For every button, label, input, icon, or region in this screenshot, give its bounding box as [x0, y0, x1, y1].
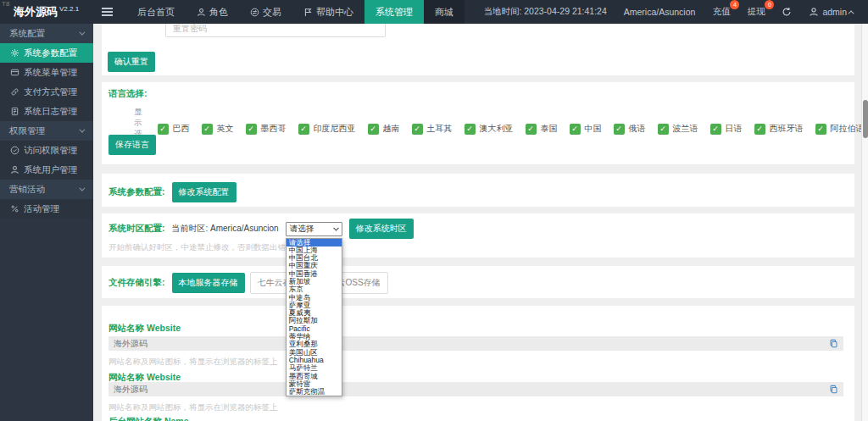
language-checkbox[interactable]: ✓西班牙语 — [754, 123, 804, 135]
language-checkbox-row: 显示选项 ✓巴西✓英文✓墨西哥✓印度尼西亚✓越南✓土耳其✓澳大利亚✓泰国✓中国✓… — [134, 107, 868, 151]
sidebar-group[interactable]: 系统配置 — [0, 24, 93, 43]
nav-item[interactable]: 帮助中心 — [292, 0, 364, 24]
language-items: ✓巴西✓英文✓墨西哥✓印度尼西亚✓越南✓土耳其✓澳大利亚✓泰国✓中国✓俄语✓波兰… — [158, 123, 868, 135]
corner-artifact: T8 — [2, 0, 9, 8]
save-language-button[interactable]: 保存语言 — [108, 135, 156, 155]
checkbox-checked-icon: ✓ — [465, 124, 476, 135]
language-checkbox[interactable]: ✓俄语 — [614, 123, 646, 135]
dropdown-option[interactable]: 中国上海 — [287, 247, 342, 254]
dropdown-option[interactable]: 亚利桑那 — [287, 341, 342, 348]
top-navbar: 海外源码V2.2.1 后台首页角色交易帮助中心系统管理商城 当地时间: 2023… — [0, 0, 868, 24]
language-checkbox[interactable]: ✓墨西哥 — [246, 123, 287, 135]
language-checkbox[interactable]: ✓波兰语 — [658, 123, 698, 135]
dropdown-option[interactable]: 蒂华纳 — [287, 333, 342, 341]
exchange-icon — [250, 8, 259, 17]
dropdown-option[interactable]: 夏威夷 — [287, 309, 342, 317]
language-label: 中国 — [585, 123, 602, 135]
language-checkbox[interactable]: ✓土耳其 — [412, 123, 453, 135]
sidebar-item-label: 支付方式管理 — [24, 86, 77, 98]
link-icon — [10, 87, 19, 97]
checkbox-checked-icon: ✓ — [526, 124, 537, 135]
field-title: 后台网站名称 Name — [108, 416, 189, 421]
refresh-icon[interactable] — [782, 7, 792, 17]
language-checkbox[interactable]: ✓英文 — [202, 123, 234, 135]
checkbox-checked-icon: ✓ — [710, 124, 721, 135]
reset-input[interactable] — [165, 24, 386, 37]
storage-engine-button[interactable]: 本地服务器存储 — [172, 273, 245, 293]
nav-item[interactable]: 角色 — [186, 0, 239, 24]
sidebar-item[interactable]: 访问权限管理 — [0, 141, 93, 160]
website-name-input[interactable]: 海外源码 — [108, 382, 843, 396]
sidebar-group[interactable]: 营销活动 — [0, 180, 93, 199]
scrollbar-thumb[interactable] — [863, 100, 868, 138]
sidebar-item[interactable]: 活动管理 — [0, 199, 93, 219]
nav-item[interactable]: 交易 — [239, 0, 292, 24]
sidebar-item-label: 系统日志管理 — [24, 106, 77, 118]
user-icon — [197, 8, 206, 17]
log-icon — [10, 107, 19, 116]
language-card: 语言选择: 显示选项 ✓巴西✓英文✓墨西哥✓印度尼西亚✓越南✓土耳其✓澳大利亚✓… — [102, 82, 854, 164]
dropdown-option[interactable]: Pacific — [287, 325, 342, 333]
sidebar-item[interactable]: 支付方式管理 — [0, 82, 93, 102]
hamburger-menu-icon[interactable] — [102, 11, 113, 13]
dropdown-option[interactable]: 马萨特兰 — [287, 364, 342, 372]
checkbox-checked-icon: ✓ — [570, 124, 581, 135]
language-label: 西班牙语 — [770, 123, 804, 135]
navbar-right: 当地时间: 2023-04-29 21:41:24 America/Asunci… — [483, 6, 868, 18]
language-checkbox[interactable]: ✓日语 — [710, 123, 743, 135]
language-checkbox[interactable]: ✓泰国 — [526, 123, 558, 135]
sidebar-item[interactable]: 系统参数配置 — [0, 43, 93, 63]
sidebar-item[interactable]: 系统用户管理 — [0, 160, 93, 180]
copy-icon[interactable] — [829, 385, 838, 394]
dropdown-option[interactable]: 阿拉斯加 — [287, 317, 342, 324]
checkbox-checked-icon: ✓ — [368, 124, 379, 135]
timezone-select[interactable]: 请选择 请选择中国上海中国台北中国重庆中国香港新加坡东京中途岛萨摩亚夏威夷阿拉斯… — [286, 222, 342, 236]
language-checkbox[interactable]: ✓中国 — [570, 123, 602, 135]
language-label: 澳大利亚 — [480, 123, 514, 135]
confirm-reset-button[interactable]: 确认重置 — [108, 52, 155, 72]
withdraw-button[interactable]: 提现 0 — [747, 6, 765, 18]
dropdown-option[interactable]: 美国山区 — [287, 349, 342, 357]
language-checkbox[interactable]: ✓阿拉伯语 — [815, 123, 865, 135]
dropdown-option[interactable]: 墨西哥城 — [287, 373, 342, 380]
language-checkbox[interactable]: ✓越南 — [368, 123, 400, 135]
language-checkbox[interactable]: ✓澳大利亚 — [465, 123, 514, 135]
dropdown-option[interactable]: 中国重庆 — [287, 262, 342, 269]
language-label: 土耳其 — [427, 123, 453, 135]
dropdown-option[interactable]: Chihuahua — [287, 357, 342, 364]
admin-menu[interactable]: admin — [809, 7, 854, 17]
nav-item[interactable]: 系统管理 — [364, 0, 424, 24]
copy-icon[interactable] — [829, 339, 838, 348]
nav-item[interactable]: 后台首页 — [126, 0, 186, 24]
dropdown-option[interactable]: 蒙特雷 — [287, 380, 342, 388]
timezone-dropdown: 请选择中国上海中国台北中国重庆中国香港新加坡东京中途岛萨摩亚夏威夷阿拉斯加Pac… — [286, 238, 342, 397]
website-name-input[interactable]: 海外源码 — [108, 336, 843, 351]
language-checkbox[interactable]: ✓印度尼西亚 — [298, 123, 356, 135]
language-label: 阿拉伯语 — [831, 123, 865, 135]
sidebar-group[interactable]: 权限管理 — [0, 121, 93, 141]
sidebar-item-label: 系统用户管理 — [24, 164, 77, 176]
field-title: 网站名称 Website — [108, 323, 181, 335]
dropdown-option[interactable]: 东京 — [287, 285, 342, 293]
reset-card: 确认重置 — [102, 24, 854, 75]
params-card: 系统参数配置: 修改系统配置 — [102, 174, 854, 207]
sidebar-item-label: 访问权限管理 — [24, 145, 77, 157]
user-icon — [809, 7, 819, 17]
modify-timezone-button[interactable]: 修改系统时区 — [349, 219, 414, 239]
dropdown-option[interactable]: 中国台北 — [287, 254, 342, 262]
nav-item[interactable]: 商城 — [424, 0, 465, 24]
language-checkbox[interactable]: ✓巴西 — [158, 123, 190, 135]
website-card: 网站名称 Website海外源码网站名称及网站图标，将显示在浏览器的标签上网站名… — [102, 306, 854, 421]
dropdown-option[interactable]: 新加坡 — [287, 278, 342, 285]
dropdown-option[interactable]: 萨斯克彻温 — [287, 388, 342, 396]
checkbox-checked-icon: ✓ — [298, 124, 309, 135]
sidebar-group-label: 权限管理 — [9, 125, 45, 137]
modify-config-button[interactable]: 修改系统配置 — [172, 182, 236, 202]
sidebar-item[interactable]: 系统菜单管理 — [0, 63, 93, 82]
sidebar-item[interactable]: 系统日志管理 — [0, 102, 93, 121]
dropdown-option[interactable]: 请选择 — [287, 239, 342, 247]
dropdown-option[interactable]: 中国香港 — [287, 270, 342, 278]
dropdown-option[interactable]: 萨摩亚 — [287, 302, 342, 309]
dropdown-option[interactable]: 中途岛 — [287, 294, 342, 302]
recharge-button[interactable]: 充值 4 — [712, 6, 730, 18]
